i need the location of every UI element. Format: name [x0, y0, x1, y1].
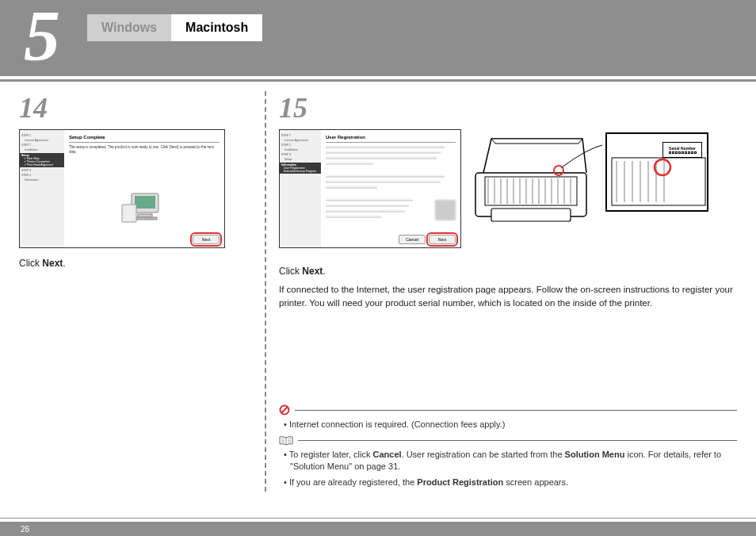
blur-text	[326, 186, 377, 189]
step15-instruction: Click Next.	[279, 266, 737, 277]
cancel-button[interactable]: Cancel	[399, 235, 426, 244]
setup-complete-dialog: STEP 1 License Agreement STEP 2 Installa…	[19, 129, 225, 248]
step-15-column: 15 STEP 1 License Agreement STEP 2 Insta…	[265, 91, 737, 492]
svg-rect-23	[612, 158, 705, 205]
step-number-15: 15	[279, 91, 737, 124]
s15-step2: STEP 2	[281, 144, 319, 147]
step-number-14: 14	[19, 91, 252, 124]
tab-macintosh: Macintosh	[171, 14, 262, 41]
serial-squares	[669, 151, 697, 154]
blur-text	[326, 209, 405, 212]
step14-instruction: Click Next.	[19, 258, 252, 269]
next-button[interactable]: Next	[193, 235, 220, 244]
blur-text	[326, 156, 437, 159]
blur-text	[326, 145, 445, 148]
dialog-main-15: User Registration	[321, 130, 460, 247]
note-rule-2	[298, 440, 737, 441]
blur-text	[326, 198, 413, 201]
svg-rect-2	[138, 214, 152, 217]
dialog-sidebar: STEP 1 License Agreement STEP 2 Installa…	[20, 130, 64, 247]
n2a: To register later, click	[289, 450, 373, 459]
blur-text	[326, 180, 441, 183]
s15-step1: STEP 1	[281, 134, 319, 137]
svg-rect-1	[135, 196, 155, 209]
dialog-main: Setup Complete The setup is completed. T…	[64, 130, 224, 247]
instr-prefix: Click	[19, 258, 42, 269]
dialog-title-15: User Registration	[326, 135, 456, 140]
notes-area: Internet connection is required. (Connec…	[279, 404, 737, 488]
sidebar-license: License Agreement	[25, 139, 63, 142]
instr15-bold: Next	[302, 266, 323, 277]
serial-title: Serial Number	[669, 146, 696, 151]
step15-description: If connected to the Internet, the user r…	[279, 283, 737, 309]
blur-text	[326, 215, 381, 218]
page-number: 26	[21, 525, 29, 534]
svg-line-33	[281, 408, 288, 414]
note-internet: Internet connection is required. (Connec…	[290, 419, 737, 431]
n3b: Product Registration	[417, 477, 503, 487]
step-14-column: 14 STEP 1 License Agreement STEP 2 Insta…	[19, 91, 265, 492]
footer-rule	[0, 518, 756, 519]
sidebar-step4: STEP 4	[21, 174, 63, 177]
next-button[interactable]: Next	[429, 235, 456, 244]
instr-bold: Next	[42, 258, 63, 269]
prohibition-icon	[279, 404, 290, 415]
blur-text	[326, 151, 441, 154]
printer-illustration	[468, 129, 602, 232]
s15-step3: STEP 3	[281, 153, 319, 156]
sidebar-step1: STEP 1	[21, 134, 63, 137]
n2c: . User registration can be started from …	[402, 450, 565, 459]
sidebar-info: Information	[25, 178, 63, 182]
svg-rect-21	[491, 209, 571, 221]
book-icon	[279, 436, 293, 446]
dialog-title: Setup Complete	[69, 135, 220, 140]
n2d: Solution Menu	[565, 450, 625, 459]
instr15-suffix: .	[323, 266, 325, 277]
blur-text	[326, 204, 409, 207]
s15-license: License Agreement	[284, 139, 319, 142]
s15-setup: Setup	[284, 158, 319, 161]
s15-info-highlight: Information User Registration Extended S…	[280, 163, 321, 174]
s15-info-i2: Extended Survey Program	[284, 170, 319, 173]
header-band: 5 Windows Macintosh	[0, 0, 756, 76]
n2b: Cancel	[372, 450, 401, 459]
sidebar-step3: STEP 3	[21, 169, 63, 172]
computer-icon	[120, 187, 168, 227]
serial-number-label: Serial Number	[662, 142, 702, 158]
n3c: screen appears.	[503, 477, 568, 487]
footer-band: 26	[0, 522, 756, 536]
tab-windows: Windows	[87, 14, 171, 41]
sidebar-installation: Installation	[25, 148, 63, 151]
instr-suffix: .	[63, 258, 65, 269]
note-rule	[295, 410, 737, 411]
svg-rect-4	[122, 205, 136, 222]
s15-install: Installation	[284, 148, 319, 151]
sidebar-step2: STEP 2	[21, 144, 63, 147]
serial-number-closeup: Serial Number	[605, 132, 708, 212]
n3a: If you are already registered, the	[289, 477, 417, 487]
blur-text	[326, 174, 445, 178]
blur-text	[326, 162, 373, 165]
note-register-later: To register later, click Cancel. User re…	[290, 449, 737, 473]
note-already-registered: If you are already registered, the Produ…	[290, 477, 737, 488]
content-columns: 14 STEP 1 License Agreement STEP 2 Insta…	[0, 82, 756, 492]
instr15-prefix: Click	[279, 266, 302, 277]
dialog-sidebar-15: STEP 1 License Agreement STEP 2 Installa…	[280, 130, 321, 247]
section-number: 5	[24, 0, 60, 78]
dialog-body-text: The setup is completed. The product is n…	[69, 145, 220, 155]
os-tabs: Windows Macintosh	[87, 14, 262, 41]
user-registration-dialog: STEP 1 License Agreement STEP 2 Installa…	[279, 129, 461, 248]
sidebar-setup-i3: Print Head Alignment	[27, 163, 53, 167]
blur-image	[435, 200, 456, 220]
sidebar-setup-highlight: Setup ✓ Next Step ✓ Printer Connection ✓…	[20, 153, 64, 167]
svg-rect-6	[485, 177, 577, 205]
